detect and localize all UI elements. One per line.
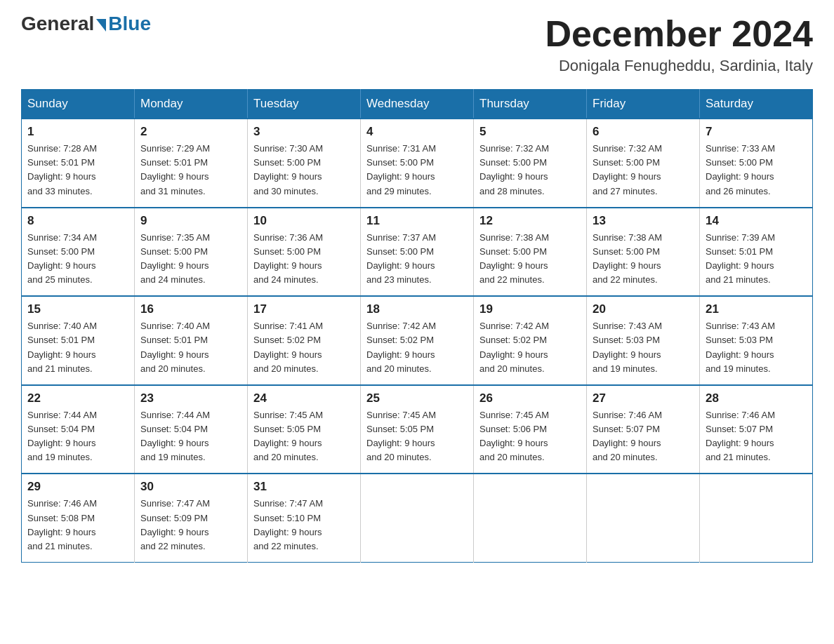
day-info: Sunrise: 7:34 AM Sunset: 5:00 PM Dayligh… [27, 231, 128, 288]
table-row: 9 Sunrise: 7:35 AM Sunset: 5:00 PM Dayli… [135, 208, 248, 297]
col-thursday: Thursday [474, 90, 587, 119]
day-number: 27 [593, 391, 694, 405]
day-number: 19 [479, 302, 581, 316]
day-info: Sunrise: 7:43 AM Sunset: 5:03 PM Dayligh… [706, 319, 807, 376]
day-number: 16 [140, 302, 241, 316]
table-row: 30 Sunrise: 7:47 AM Sunset: 5:09 PM Dayl… [135, 474, 248, 562]
table-row: 20 Sunrise: 7:43 AM Sunset: 5:03 PM Dayl… [587, 296, 700, 385]
logo: General Blue [21, 14, 151, 34]
day-info: Sunrise: 7:32 AM Sunset: 5:00 PM Dayligh… [479, 142, 581, 199]
day-info: Sunrise: 7:47 AM Sunset: 5:10 PM Dayligh… [253, 497, 355, 554]
day-info: Sunrise: 7:38 AM Sunset: 5:00 PM Dayligh… [593, 231, 694, 288]
day-info: Sunrise: 7:35 AM Sunset: 5:00 PM Dayligh… [140, 231, 241, 288]
col-monday: Monday [135, 90, 248, 119]
table-row: 11 Sunrise: 7:37 AM Sunset: 5:00 PM Dayl… [361, 208, 474, 297]
day-info: Sunrise: 7:44 AM Sunset: 5:04 PM Dayligh… [27, 408, 128, 465]
table-row: 16 Sunrise: 7:40 AM Sunset: 5:01 PM Dayl… [135, 296, 248, 385]
table-row: 29 Sunrise: 7:46 AM Sunset: 5:08 PM Dayl… [22, 474, 135, 562]
day-info: Sunrise: 7:36 AM Sunset: 5:00 PM Dayligh… [253, 231, 355, 288]
table-row: 26 Sunrise: 7:45 AM Sunset: 5:06 PM Dayl… [474, 385, 587, 474]
table-row: 18 Sunrise: 7:42 AM Sunset: 5:02 PM Dayl… [361, 296, 474, 385]
day-number: 15 [27, 302, 128, 316]
day-info: Sunrise: 7:37 AM Sunset: 5:00 PM Dayligh… [366, 231, 468, 288]
table-row: 6 Sunrise: 7:32 AM Sunset: 5:00 PM Dayli… [587, 119, 700, 208]
table-row: 3 Sunrise: 7:30 AM Sunset: 5:00 PM Dayli… [248, 119, 361, 208]
calendar-week-row: 15 Sunrise: 7:40 AM Sunset: 5:01 PM Dayl… [22, 296, 813, 385]
day-number: 11 [366, 214, 468, 228]
day-number: 22 [27, 391, 128, 405]
day-number: 17 [253, 302, 355, 316]
day-number: 31 [253, 480, 355, 494]
table-row: 19 Sunrise: 7:42 AM Sunset: 5:02 PM Dayl… [474, 296, 587, 385]
day-number: 3 [253, 125, 355, 139]
calendar-table: Sunday Monday Tuesday Wednesday Thursday… [21, 89, 813, 563]
day-number: 12 [479, 214, 581, 228]
table-row: 10 Sunrise: 7:36 AM Sunset: 5:00 PM Dayl… [248, 208, 361, 297]
day-info: Sunrise: 7:42 AM Sunset: 5:02 PM Dayligh… [479, 319, 581, 376]
logo-blue-text: Blue [108, 14, 151, 34]
day-info: Sunrise: 7:47 AM Sunset: 5:09 PM Dayligh… [140, 497, 241, 554]
table-row: 14 Sunrise: 7:39 AM Sunset: 5:01 PM Dayl… [700, 208, 813, 297]
table-row: 13 Sunrise: 7:38 AM Sunset: 5:00 PM Dayl… [587, 208, 700, 297]
col-wednesday: Wednesday [361, 90, 474, 119]
col-friday: Friday [587, 90, 700, 119]
table-row: 15 Sunrise: 7:40 AM Sunset: 5:01 PM Dayl… [22, 296, 135, 385]
day-info: Sunrise: 7:38 AM Sunset: 5:00 PM Dayligh… [479, 231, 581, 288]
table-row [474, 474, 587, 562]
day-number: 30 [140, 480, 241, 494]
table-row: 28 Sunrise: 7:46 AM Sunset: 5:07 PM Dayl… [700, 385, 813, 474]
table-row: 23 Sunrise: 7:44 AM Sunset: 5:04 PM Dayl… [135, 385, 248, 474]
table-row [587, 474, 700, 562]
table-row: 27 Sunrise: 7:46 AM Sunset: 5:07 PM Dayl… [587, 385, 700, 474]
table-row [361, 474, 474, 562]
day-info: Sunrise: 7:32 AM Sunset: 5:00 PM Dayligh… [593, 142, 694, 199]
day-number: 9 [140, 214, 241, 228]
calendar-week-row: 29 Sunrise: 7:46 AM Sunset: 5:08 PM Dayl… [22, 474, 813, 562]
day-number: 4 [366, 125, 468, 139]
day-number: 6 [593, 125, 694, 139]
table-row: 22 Sunrise: 7:44 AM Sunset: 5:04 PM Dayl… [22, 385, 135, 474]
location-title: Donigala Fenugheddu, Sardinia, Italy [545, 57, 813, 75]
month-title: December 2024 [545, 14, 813, 54]
col-saturday: Saturday [700, 90, 813, 119]
calendar-week-row: 8 Sunrise: 7:34 AM Sunset: 5:00 PM Dayli… [22, 208, 813, 297]
day-number: 28 [706, 391, 807, 405]
day-number: 26 [479, 391, 581, 405]
table-row: 1 Sunrise: 7:28 AM Sunset: 5:01 PM Dayli… [22, 119, 135, 208]
day-headers-row: Sunday Monday Tuesday Wednesday Thursday… [22, 90, 813, 119]
page-header: General Blue December 2024 Donigala Fenu… [21, 14, 813, 75]
day-info: Sunrise: 7:33 AM Sunset: 5:00 PM Dayligh… [706, 142, 807, 199]
calendar-week-row: 1 Sunrise: 7:28 AM Sunset: 5:01 PM Dayli… [22, 119, 813, 208]
day-number: 10 [253, 214, 355, 228]
day-number: 20 [593, 302, 694, 316]
day-number: 21 [706, 302, 807, 316]
table-row: 2 Sunrise: 7:29 AM Sunset: 5:01 PM Dayli… [135, 119, 248, 208]
table-row: 12 Sunrise: 7:38 AM Sunset: 5:00 PM Dayl… [474, 208, 587, 297]
table-row: 17 Sunrise: 7:41 AM Sunset: 5:02 PM Dayl… [248, 296, 361, 385]
table-row [700, 474, 813, 562]
day-number: 24 [253, 391, 355, 405]
table-row: 24 Sunrise: 7:45 AM Sunset: 5:05 PM Dayl… [248, 385, 361, 474]
day-number: 8 [27, 214, 128, 228]
day-info: Sunrise: 7:44 AM Sunset: 5:04 PM Dayligh… [140, 408, 241, 465]
calendar-body: 1 Sunrise: 7:28 AM Sunset: 5:01 PM Dayli… [22, 119, 813, 562]
day-info: Sunrise: 7:40 AM Sunset: 5:01 PM Dayligh… [140, 319, 241, 376]
title-section: December 2024 Donigala Fenugheddu, Sardi… [545, 14, 813, 75]
col-sunday: Sunday [22, 90, 135, 119]
day-number: 2 [140, 125, 241, 139]
day-number: 1 [27, 125, 128, 139]
day-info: Sunrise: 7:29 AM Sunset: 5:01 PM Dayligh… [140, 142, 241, 199]
table-row: 31 Sunrise: 7:47 AM Sunset: 5:10 PM Dayl… [248, 474, 361, 562]
day-info: Sunrise: 7:42 AM Sunset: 5:02 PM Dayligh… [366, 319, 468, 376]
day-info: Sunrise: 7:45 AM Sunset: 5:05 PM Dayligh… [366, 408, 468, 465]
day-number: 13 [593, 214, 694, 228]
day-info: Sunrise: 7:45 AM Sunset: 5:05 PM Dayligh… [253, 408, 355, 465]
day-info: Sunrise: 7:28 AM Sunset: 5:01 PM Dayligh… [27, 142, 128, 199]
day-number: 23 [140, 391, 241, 405]
day-info: Sunrise: 7:30 AM Sunset: 5:00 PM Dayligh… [253, 142, 355, 199]
day-info: Sunrise: 7:46 AM Sunset: 5:08 PM Dayligh… [27, 497, 128, 554]
day-number: 29 [27, 480, 128, 494]
table-row: 21 Sunrise: 7:43 AM Sunset: 5:03 PM Dayl… [700, 296, 813, 385]
table-row: 25 Sunrise: 7:45 AM Sunset: 5:05 PM Dayl… [361, 385, 474, 474]
col-tuesday: Tuesday [248, 90, 361, 119]
